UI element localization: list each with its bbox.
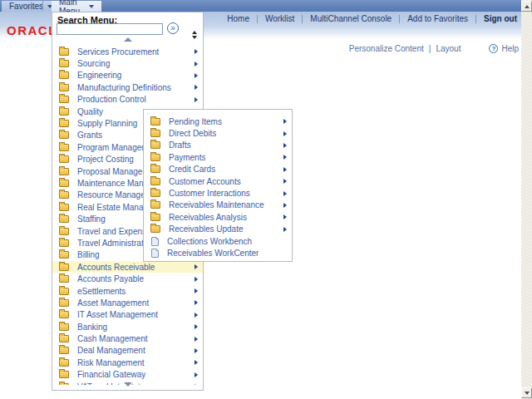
submenu-arrow-icon (195, 372, 198, 377)
menu-item-label: Billing (77, 250, 100, 259)
folder-icon (59, 239, 69, 247)
submenu-arrow-icon (195, 300, 198, 305)
menu-item[interactable]: Engineering (52, 70, 203, 81)
submenu-item[interactable]: Credit Cards (144, 164, 292, 175)
main-menu-button[interactable]: Main Menu (52, 1, 101, 12)
help-link[interactable]: ? Help (489, 44, 519, 53)
folder-icon (59, 347, 69, 354)
submenu-item[interactable]: Pending Items (144, 116, 292, 127)
menu-item[interactable]: Banking (52, 321, 203, 332)
submenu-item[interactable]: Receivables Analysis (144, 211, 292, 223)
folder-icon (59, 371, 69, 378)
home-link[interactable]: Home (227, 14, 249, 23)
menu-item[interactable]: Manufacturing Definitions (52, 81, 203, 93)
folder-icon (150, 225, 160, 233)
scrollbar-up-button[interactable] (521, 1, 532, 12)
submenu-item[interactable]: Customer Accounts (144, 175, 292, 187)
menu-item-label: Receivables Maintenance (169, 200, 264, 209)
submenu-item[interactable]: Drafts (144, 140, 292, 151)
menu-item-label: Collections Workbench (167, 237, 252, 246)
menu-item[interactable]: Risk Management (52, 357, 203, 368)
submenu-item[interactable]: Payments (144, 151, 292, 163)
submenu-arrow-icon (195, 360, 198, 365)
folder-icon (59, 204, 69, 211)
menu-item-label: Grants (77, 131, 102, 140)
menu-item-label: Direct Debits (169, 129, 216, 138)
tab-divider (42, 1, 43, 11)
search-go-button[interactable]: » (167, 22, 179, 34)
menu-item-label: Accounts Payable (77, 274, 144, 283)
link-separator (257, 15, 258, 23)
page-toolbar: Personalize Content | Layout ? Help (349, 44, 519, 53)
menu-item-label: Services Procurement (77, 47, 159, 57)
folder-icon (59, 60, 69, 67)
submenu-arrow-icon (283, 131, 287, 136)
folder-icon (59, 48, 69, 56)
menu-item[interactable]: Services Procurement (52, 46, 203, 57)
menu-scroll-down[interactable] (53, 380, 202, 388)
folder-icon (59, 96, 69, 103)
menu-item[interactable]: eSettlements (52, 285, 203, 297)
submenu-arrow-icon (195, 62, 198, 66)
menu-item[interactable]: Accounts Receivable (52, 261, 203, 273)
submenu-arrow-icon (283, 203, 287, 208)
multichannel-console-link[interactable]: MultiChannel Console (310, 14, 392, 23)
menu-scroll-up[interactable] (53, 35, 202, 43)
submenu-arrow-icon (195, 73, 198, 78)
folder-icon (150, 118, 160, 126)
menu-item-label: Pending Items (169, 117, 222, 126)
submenu-item[interactable]: Receivables WorkCenter (144, 247, 292, 259)
submenu-arrow-icon (195, 97, 198, 102)
favorites-label: Favorites (9, 2, 43, 11)
link-separator (302, 15, 303, 23)
toolbar-separator: | (429, 44, 431, 53)
submenu-item[interactable]: Direct Debits (144, 127, 292, 139)
menu-item[interactable]: Production Control (52, 94, 203, 106)
menu-item[interactable]: Sourcing (52, 57, 203, 69)
submenu-arrow-icon (283, 167, 287, 172)
scrollbar-down-button[interactable] (521, 387, 532, 398)
folder-icon (59, 84, 69, 91)
worklist-link[interactable]: Worklist (265, 14, 294, 23)
folder-icon (59, 191, 69, 199)
folder-icon (150, 178, 160, 185)
question-circle-icon: ? (489, 44, 498, 53)
menu-item-label: Cash Management (77, 334, 148, 343)
top-menu-bar: Favorites Main Menu (0, 0, 532, 12)
submenu-item[interactable]: Collections Workbench (144, 235, 292, 247)
menu-item-label: Staffing (77, 214, 106, 224)
submenu-item[interactable]: Receivables Update (144, 224, 292, 235)
add-to-favorites-link[interactable]: Add to Favorites (407, 14, 468, 23)
submenu-arrow-icon (195, 49, 198, 54)
folder-icon (59, 215, 69, 223)
menu-item-label: Sourcing (77, 59, 110, 68)
submenu-arrow-icon (283, 155, 287, 160)
submenu-arrow-icon (195, 313, 198, 318)
menu-item-label: eSettlements (77, 287, 126, 296)
submenu-item[interactable]: Receivables Maintenance (144, 200, 292, 211)
submenu-arrow-icon (195, 324, 198, 329)
sign-out-link[interactable]: Sign out (484, 14, 517, 23)
triangle-up-icon (124, 37, 132, 42)
menu-item[interactable]: Deal Management (52, 345, 203, 357)
submenu-item[interactable]: Customer Interactions (144, 187, 292, 199)
help-label[interactable]: Help (501, 44, 519, 53)
menu-item-label: Supply Planning (77, 119, 137, 128)
menu-item[interactable]: Cash Management (52, 332, 203, 344)
menu-item-label: Manufacturing Definitions (77, 83, 171, 92)
menu-item-label: Receivables Update (169, 224, 244, 234)
submenu-arrow-icon (195, 348, 198, 353)
layout-link[interactable]: Layout (436, 44, 461, 53)
menu-item[interactable]: Accounts Payable (52, 273, 203, 284)
folder-icon (150, 141, 160, 149)
folder-icon (150, 214, 160, 221)
folder-icon (59, 120, 69, 127)
menu-item[interactable]: Asset Management (52, 297, 203, 308)
menu-search-input[interactable] (57, 23, 163, 35)
folder-icon (59, 168, 69, 175)
menu-item[interactable]: IT Asset Management (52, 309, 203, 321)
personalize-content-link[interactable]: Personalize Content (349, 44, 424, 53)
menu-item-label: Payments (169, 153, 205, 162)
vertical-scrollbar[interactable] (521, 0, 532, 399)
menu-item[interactable]: Financial Gateway (52, 369, 203, 381)
